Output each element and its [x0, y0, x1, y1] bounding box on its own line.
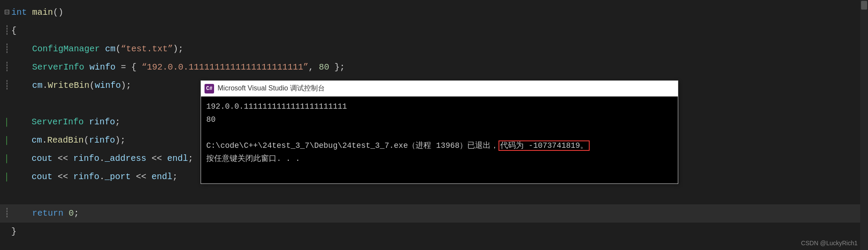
code-token: rinfo	[89, 131, 115, 150]
collapse-icon[interactable]: ⊟	[4, 3, 10, 22]
code-token: winfo	[89, 58, 116, 77]
code-token: rinfo	[73, 150, 99, 168]
scrollbar-thumb[interactable]	[861, 1, 867, 10]
console-title: Microsoft Visual Studio 调试控制台	[218, 84, 325, 93]
code-token	[100, 40, 105, 58]
line-indent	[11, 77, 32, 95]
console-line-3	[206, 126, 673, 139]
code-line: ┊{	[0, 22, 868, 40]
code-token: “test.txt”	[121, 40, 173, 58]
code-token: ConfigManager	[32, 40, 100, 58]
code-token: ;	[188, 150, 193, 168]
code-token: );	[173, 40, 183, 58]
exit-code-highlight: 代码为 -1073741819。	[498, 140, 590, 151]
code-token: 80	[319, 58, 329, 77]
code-token: winfo	[95, 77, 121, 95]
code-token: .	[43, 77, 48, 95]
code-token: cout	[32, 168, 53, 186]
code-token: ReadBin	[47, 131, 84, 150]
console-line-5: 按任意键关闭此窗口. . .	[206, 152, 673, 165]
code-token: rinfo	[73, 168, 99, 186]
console-line-1: 192.0.0.1111111111111111111111	[206, 100, 673, 113]
console-titlebar: C# Microsoft Visual Studio 调试控制台	[201, 81, 678, 97]
code-line: ┊ ServerInfo winfo = { “192.0.0.11111111…	[0, 58, 868, 77]
code-token: <<	[131, 168, 152, 186]
code-token: .	[99, 150, 105, 168]
scrollbar-track[interactable]	[860, 0, 868, 250]
code-token: (	[116, 40, 121, 58]
code-token: int	[11, 3, 27, 22]
line-indent	[11, 168, 32, 186]
line-indent	[11, 131, 32, 150]
code-line	[0, 186, 868, 204]
code-token: };	[329, 58, 345, 77]
code-token: );	[121, 77, 131, 95]
code-line: ┊ ConfigManager cm(“test.txt”);	[0, 40, 868, 58]
code-token: _port	[105, 168, 131, 186]
line-indent	[11, 150, 32, 168]
code-token: ,	[308, 58, 319, 77]
code-token: {	[11, 22, 17, 40]
code-token: ;	[74, 204, 79, 223]
console-body: 192.0.0.1111111111111111111111 80 C:\cod…	[201, 97, 678, 183]
code-token: cout	[32, 150, 53, 168]
console-line-2: 80	[206, 113, 673, 126]
code-token: WriteBin	[48, 77, 89, 95]
code-token	[63, 204, 69, 223]
code-line: ⊟int main()	[0, 3, 868, 22]
code-token: = {	[116, 58, 142, 77]
code-token: <<	[146, 150, 167, 168]
code-token	[27, 3, 32, 22]
line-indent	[11, 58, 32, 77]
code-token: cm	[32, 77, 43, 95]
vs-icon: C#	[205, 84, 214, 93]
code-token: <<	[53, 168, 73, 186]
code-token: ServerInfo	[32, 113, 84, 131]
code-token: (	[89, 77, 95, 95]
code-token: cm	[105, 40, 116, 58]
code-token: cm	[32, 131, 42, 150]
code-token: );	[115, 131, 125, 150]
code-token: .	[42, 131, 47, 150]
code-token: return	[32, 204, 63, 223]
code-token: “192.0.0.1111111111111111111111”	[142, 58, 308, 77]
code-token: endl	[152, 168, 172, 186]
code-token: (	[84, 131, 89, 150]
debug-console: C# Microsoft Visual Studio 调试控制台 192.0.0…	[201, 80, 678, 184]
line-indent	[11, 40, 32, 58]
code-token: main	[32, 3, 53, 22]
code-token	[84, 113, 89, 131]
code-token: ServerInfo	[32, 58, 84, 77]
line-indent	[11, 113, 32, 131]
code-token: .	[99, 168, 105, 186]
line-indent	[11, 204, 32, 223]
code-token: endl	[167, 150, 188, 168]
console-line-4: C:\code\C++\24test_3_7\Debug\24test_3_7.…	[206, 139, 673, 152]
code-token: 0	[69, 204, 74, 223]
code-line: ┊ return 0;	[0, 204, 868, 223]
code-token: }	[11, 223, 17, 241]
watermark-text: CSDN @LuckyRich1	[801, 240, 858, 247]
code-token	[84, 58, 89, 77]
code-token: ;	[115, 113, 120, 131]
watermark: CSDN @LuckyRich1	[801, 240, 858, 247]
code-line: }	[0, 223, 868, 241]
code-token: <<	[53, 150, 73, 168]
code-token: ;	[172, 168, 178, 186]
code-token: ()	[53, 3, 63, 22]
code-token: _address	[105, 150, 146, 168]
code-token: rinfo	[89, 113, 115, 131]
